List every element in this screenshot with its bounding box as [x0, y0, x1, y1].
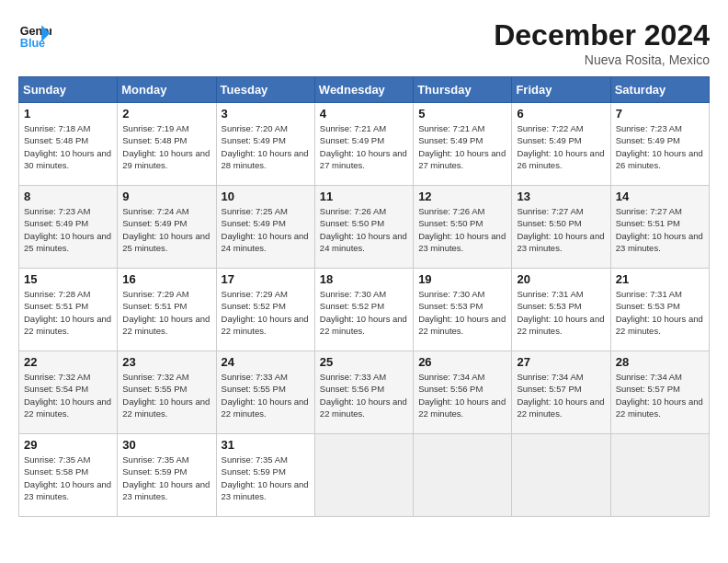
day-number: 9	[122, 190, 210, 203]
weekday-header-row: Sunday Monday Tuesday Wednesday Thursday…	[19, 77, 710, 103]
cell-info: Sunrise: 7:34 AMSunset: 5:57 PMDaylight:…	[517, 372, 604, 419]
cell-info: Sunrise: 7:34 AMSunset: 5:56 PMDaylight:…	[418, 372, 506, 419]
cell-info: Sunrise: 7:35 AMSunset: 5:59 PMDaylight:…	[222, 454, 309, 501]
cell-info: Sunrise: 7:23 AMSunset: 5:49 PMDaylight:…	[616, 123, 703, 170]
calendar-week-row: 15 Sunrise: 7:28 AMSunset: 5:51 PMDaylig…	[19, 269, 710, 351]
day-number: 30	[122, 438, 210, 452]
calendar-cell-21: 21 Sunrise: 7:31 AMSunset: 5:53 PMDaylig…	[610, 269, 709, 351]
cell-info: Sunrise: 7:29 AMSunset: 5:51 PMDaylight:…	[122, 289, 210, 336]
cell-info: Sunrise: 7:22 AMSunset: 5:49 PMDaylight:…	[517, 123, 604, 170]
day-number: 22	[24, 355, 112, 369]
calendar-cell-empty	[314, 434, 413, 517]
day-number: 14	[616, 190, 704, 203]
calendar-cell-11: 11 Sunrise: 7:26 AMSunset: 5:50 PMDaylig…	[314, 186, 413, 269]
calendar-week-row: 22 Sunrise: 7:32 AMSunset: 5:54 PMDaylig…	[19, 351, 710, 434]
calendar-cell-6: 6 Sunrise: 7:22 AMSunset: 5:49 PMDayligh…	[512, 103, 610, 186]
calendar-cell-12: 12 Sunrise: 7:26 AMSunset: 5:50 PMDaylig…	[414, 186, 512, 269]
day-number: 8	[24, 190, 112, 203]
calendar-cell-22: 22 Sunrise: 7:32 AMSunset: 5:54 PMDaylig…	[19, 351, 118, 434]
day-number: 4	[320, 107, 408, 121]
day-number: 18	[320, 272, 408, 286]
day-number: 7	[616, 107, 704, 121]
day-number: 2	[122, 107, 210, 121]
day-number: 19	[418, 272, 506, 286]
cell-info: Sunrise: 7:33 AMSunset: 5:56 PMDaylight:…	[320, 372, 407, 419]
cell-info: Sunrise: 7:30 AMSunset: 5:53 PMDaylight:…	[418, 289, 506, 336]
calendar-cell-23: 23 Sunrise: 7:32 AMSunset: 5:55 PMDaylig…	[118, 351, 216, 434]
calendar-cell-empty	[414, 434, 512, 517]
cell-info: Sunrise: 7:20 AMSunset: 5:49 PMDaylight:…	[222, 123, 309, 170]
calendar-cell-28: 28 Sunrise: 7:34 AMSunset: 5:57 PMDaylig…	[610, 351, 709, 434]
cell-info: Sunrise: 7:26 AMSunset: 5:50 PMDaylight:…	[418, 206, 506, 253]
day-number: 31	[222, 438, 310, 452]
calendar-cell-19: 19 Sunrise: 7:30 AMSunset: 5:53 PMDaylig…	[414, 269, 512, 351]
cell-info: Sunrise: 7:26 AMSunset: 5:50 PMDaylight:…	[320, 206, 407, 253]
day-number: 17	[222, 272, 310, 286]
cell-info: Sunrise: 7:21 AMSunset: 5:49 PMDaylight:…	[418, 123, 506, 170]
day-number: 27	[517, 355, 605, 369]
day-number: 29	[24, 438, 112, 452]
header-sunday: Sunday	[19, 77, 118, 103]
day-number: 16	[122, 272, 210, 286]
svg-text:Blue: Blue	[20, 37, 45, 50]
cell-info: Sunrise: 7:24 AMSunset: 5:49 PMDaylight:…	[122, 206, 210, 253]
day-number: 26	[418, 355, 506, 369]
calendar-cell-15: 15 Sunrise: 7:28 AMSunset: 5:51 PMDaylig…	[19, 269, 118, 351]
cell-info: Sunrise: 7:32 AMSunset: 5:54 PMDaylight:…	[24, 372, 111, 419]
day-number: 28	[616, 355, 704, 369]
calendar-cell-26: 26 Sunrise: 7:34 AMSunset: 5:56 PMDaylig…	[414, 351, 512, 434]
calendar-cell-3: 3 Sunrise: 7:20 AMSunset: 5:49 PMDayligh…	[216, 103, 314, 186]
calendar-cell-27: 27 Sunrise: 7:34 AMSunset: 5:57 PMDaylig…	[512, 351, 610, 434]
cell-info: Sunrise: 7:25 AMSunset: 5:49 PMDaylight:…	[222, 206, 309, 253]
cell-info: Sunrise: 7:21 AMSunset: 5:49 PMDaylight:…	[320, 123, 407, 170]
day-number: 13	[517, 190, 605, 203]
cell-info: Sunrise: 7:35 AMSunset: 5:58 PMDaylight:…	[24, 454, 111, 501]
logo-icon: General Blue	[18, 18, 51, 52]
cell-info: Sunrise: 7:23 AMSunset: 5:49 PMDaylight:…	[24, 206, 111, 253]
day-number: 23	[122, 355, 210, 369]
day-number: 6	[517, 107, 605, 121]
day-number: 1	[24, 107, 112, 121]
calendar-cell-25: 25 Sunrise: 7:33 AMSunset: 5:56 PMDaylig…	[314, 351, 413, 434]
calendar-cell-17: 17 Sunrise: 7:29 AMSunset: 5:52 PMDaylig…	[216, 269, 314, 351]
calendar-cell-18: 18 Sunrise: 7:30 AMSunset: 5:52 PMDaylig…	[314, 269, 413, 351]
cell-info: Sunrise: 7:31 AMSunset: 5:53 PMDaylight:…	[616, 289, 703, 336]
logo: General Blue	[18, 18, 51, 52]
calendar-cell-8: 8 Sunrise: 7:23 AMSunset: 5:49 PMDayligh…	[19, 186, 118, 269]
calendar-cell-empty	[512, 434, 610, 517]
calendar-cell-20: 20 Sunrise: 7:31 AMSunset: 5:53 PMDaylig…	[512, 269, 610, 351]
calendar-cell-5: 5 Sunrise: 7:21 AMSunset: 5:49 PMDayligh…	[414, 103, 512, 186]
cell-info: Sunrise: 7:35 AMSunset: 5:59 PMDaylight:…	[122, 454, 210, 501]
day-number: 24	[222, 355, 310, 369]
cell-info: Sunrise: 7:18 AMSunset: 5:48 PMDaylight:…	[24, 123, 111, 170]
header-tuesday: Tuesday	[216, 77, 314, 103]
calendar-table: Sunday Monday Tuesday Wednesday Thursday…	[18, 76, 710, 517]
cell-info: Sunrise: 7:27 AMSunset: 5:50 PMDaylight:…	[517, 206, 604, 253]
header-wednesday: Wednesday	[314, 77, 413, 103]
calendar-cell-7: 7 Sunrise: 7:23 AMSunset: 5:49 PMDayligh…	[610, 103, 709, 186]
day-number: 15	[24, 272, 112, 286]
title-block: December 2024 Nueva Rosita, Mexico	[494, 18, 710, 67]
calendar-cell-14: 14 Sunrise: 7:27 AMSunset: 5:51 PMDaylig…	[610, 186, 709, 269]
cell-info: Sunrise: 7:19 AMSunset: 5:48 PMDaylight:…	[122, 123, 210, 170]
day-number: 10	[222, 190, 310, 203]
cell-info: Sunrise: 7:28 AMSunset: 5:51 PMDaylight:…	[24, 289, 111, 336]
calendar-week-row: 8 Sunrise: 7:23 AMSunset: 5:49 PMDayligh…	[19, 186, 710, 269]
calendar-cell-31: 31 Sunrise: 7:35 AMSunset: 5:59 PMDaylig…	[216, 434, 314, 517]
cell-info: Sunrise: 7:27 AMSunset: 5:51 PMDaylight:…	[616, 206, 703, 253]
calendar-cell-4: 4 Sunrise: 7:21 AMSunset: 5:49 PMDayligh…	[314, 103, 413, 186]
cell-info: Sunrise: 7:30 AMSunset: 5:52 PMDaylight:…	[320, 289, 407, 336]
cell-info: Sunrise: 7:32 AMSunset: 5:55 PMDaylight:…	[122, 372, 210, 419]
cell-info: Sunrise: 7:33 AMSunset: 5:55 PMDaylight:…	[222, 372, 309, 419]
day-number: 21	[616, 272, 704, 286]
calendar-cell-10: 10 Sunrise: 7:25 AMSunset: 5:49 PMDaylig…	[216, 186, 314, 269]
calendar-week-row: 1 Sunrise: 7:18 AMSunset: 5:48 PMDayligh…	[19, 103, 710, 186]
day-number: 25	[320, 355, 408, 369]
day-number: 11	[320, 190, 408, 203]
day-number: 3	[222, 107, 310, 121]
calendar-cell-29: 29 Sunrise: 7:35 AMSunset: 5:58 PMDaylig…	[19, 434, 118, 517]
location: Nueva Rosita, Mexico	[494, 52, 710, 67]
calendar-cell-30: 30 Sunrise: 7:35 AMSunset: 5:59 PMDaylig…	[118, 434, 216, 517]
page-header: General Blue December 2024 Nueva Rosita,…	[18, 18, 710, 67]
calendar-cell-9: 9 Sunrise: 7:24 AMSunset: 5:49 PMDayligh…	[118, 186, 216, 269]
